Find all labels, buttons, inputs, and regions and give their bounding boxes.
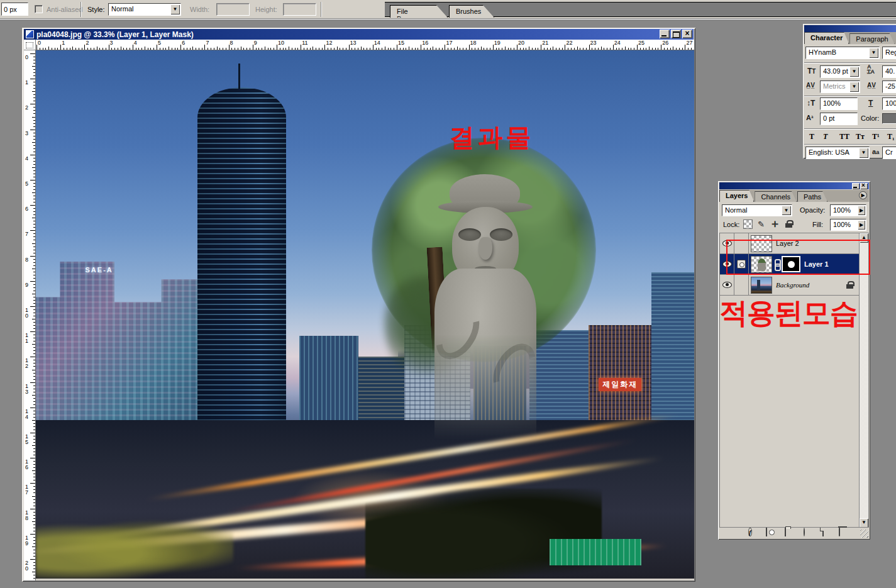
fill-field[interactable]: 100% — [830, 219, 866, 231]
ruler-tick — [670, 48, 671, 50]
chevron-down-icon[interactable] — [849, 82, 859, 92]
faux-bold-button[interactable]: T — [809, 132, 814, 141]
chevron-down-icon[interactable] — [859, 148, 868, 158]
style-combo[interactable]: Normal — [108, 3, 181, 16]
scroll-up-icon[interactable]: ▲ — [860, 233, 868, 243]
scroll-down-icon[interactable]: ▼ — [860, 518, 868, 528]
new-layer-icon[interactable] — [822, 528, 832, 537]
slider-arrow-icon[interactable] — [858, 220, 865, 230]
ruler-origin-box[interactable] — [24, 40, 36, 50]
tab-brushes[interactable]: Brushes — [449, 5, 494, 18]
lock-paint-icon[interactable] — [757, 219, 766, 229]
tab-paragraph[interactable]: Paragraph — [849, 33, 894, 44]
anti-aliased-checkbox[interactable] — [35, 5, 43, 13]
layer-row-layer2[interactable]: Layer 2 — [720, 233, 859, 254]
layer-thumbnail[interactable] — [751, 256, 772, 273]
link-cell[interactable] — [734, 254, 749, 274]
ruler-tick — [351, 48, 352, 50]
ruler-tick — [118, 48, 118, 50]
eye-icon[interactable] — [722, 261, 732, 267]
kerning-combo[interactable]: Metrics — [820, 80, 860, 93]
slider-arrow-icon[interactable] — [858, 206, 865, 215]
layers-scrollbar[interactable]: ▲ ▼ — [859, 233, 869, 528]
ruler-tick — [514, 48, 514, 50]
minimize-button[interactable] — [660, 30, 670, 38]
close-button[interactable] — [682, 30, 692, 38]
layer-name[interactable]: Layer 2 — [776, 240, 799, 247]
eye-icon[interactable] — [722, 282, 732, 288]
small-caps-button[interactable]: Tᴛ — [856, 132, 865, 141]
feather-input[interactable] — [1, 3, 28, 16]
visibility-cell[interactable] — [720, 275, 734, 295]
ruler-tick — [334, 48, 335, 50]
color-label: Color: — [861, 114, 879, 122]
new-layer-set-icon[interactable] — [785, 528, 795, 537]
tab-layers[interactable]: Layers — [719, 190, 754, 202]
lock-transparency-icon[interactable] — [743, 219, 753, 229]
mask-link-icon[interactable] — [773, 259, 780, 269]
layer-row-layer1[interactable]: Layer 1 — [720, 254, 859, 275]
layer-name[interactable]: Layer 1 — [804, 260, 829, 268]
layer-mask-thumbnail[interactable] — [782, 256, 800, 272]
layer-style-icon[interactable]: f — [748, 528, 758, 537]
vertical-scale-field[interactable]: 100% — [820, 97, 858, 110]
palette-title-bar[interactable] — [719, 182, 869, 189]
tab-paths[interactable]: Paths — [797, 191, 827, 202]
superscript-button[interactable]: T¹ — [872, 132, 880, 141]
ruler-tick — [48, 47, 49, 50]
link-cell[interactable] — [734, 233, 749, 253]
layer-name[interactable]: Background — [776, 281, 809, 289]
chevron-down-icon[interactable] — [782, 206, 791, 215]
width-field[interactable] — [216, 3, 250, 16]
chevron-down-icon[interactable] — [849, 67, 859, 77]
text-color-swatch[interactable] — [882, 113, 896, 124]
link-cell[interactable] — [734, 275, 749, 295]
horizontal-scale-field[interactable]: 100 — [882, 97, 896, 110]
tab-channels[interactable]: Channels — [755, 191, 796, 202]
resize-grip[interactable] — [860, 530, 868, 538]
add-layer-mask-icon[interactable] — [766, 528, 776, 537]
ruler-tick — [33, 164, 35, 165]
opacity-field[interactable]: 100% — [830, 204, 866, 216]
chevron-down-icon[interactable] — [170, 4, 180, 14]
eye-icon[interactable] — [722, 240, 732, 247]
font-style-combo[interactable]: Regu — [882, 47, 896, 59]
adjustment-layer-icon[interactable] — [804, 528, 814, 537]
baseline-shift-field[interactable]: 0 pt — [820, 113, 858, 125]
document-title-bar[interactable]: pla04048.jpg @ 33.3% (Layer 1, Layer Mas… — [24, 29, 694, 40]
tab-character[interactable]: Character — [804, 32, 849, 44]
subscript-button[interactable]: T₁ — [887, 132, 895, 141]
restore-button[interactable] — [671, 30, 681, 38]
palette-title-bar[interactable] — [804, 25, 896, 32]
delete-layer-icon[interactable] — [839, 528, 849, 537]
ruler-tick — [84, 45, 85, 50]
lock-position-icon[interactable] — [771, 219, 780, 229]
tab-file-browser[interactable]: File Browser — [390, 5, 448, 18]
height-field[interactable] — [283, 3, 316, 16]
blend-mode-combo[interactable]: Normal — [722, 204, 792, 216]
vertical-ruler[interactable]: 01234567891011121314151617181920 — [24, 50, 36, 580]
close-icon[interactable] — [860, 183, 868, 189]
anti-alias-combo[interactable]: Cr — [882, 147, 896, 159]
layer-row-background[interactable]: Background — [720, 275, 859, 296]
palette-menu-icon[interactable] — [859, 191, 867, 199]
layer-thumbnail[interactable] — [751, 277, 772, 294]
visibility-cell[interactable] — [720, 254, 734, 274]
font-family-combo[interactable]: HYnamB — [805, 47, 880, 59]
language-combo[interactable]: English: USA — [805, 147, 870, 159]
horizontal-ruler[interactable]: 0123456789101112131415161718192021222324… — [36, 40, 694, 50]
ruler-tick — [33, 284, 35, 285]
ruler-tick — [33, 158, 35, 158]
visibility-cell[interactable] — [720, 233, 734, 253]
tracking-field[interactable]: -25 — [882, 80, 896, 93]
minimize-button[interactable] — [852, 183, 860, 189]
ruler-tick — [541, 45, 541, 50]
font-size-combo[interactable]: 43.09 pt — [820, 65, 860, 78]
all-caps-button[interactable]: TT — [839, 132, 849, 141]
image-canvas[interactable]: SAE-A 제일화재 — [36, 50, 694, 579]
chevron-down-icon[interactable] — [869, 48, 878, 58]
layer-thumbnail[interactable] — [751, 235, 772, 252]
faux-italic-button[interactable]: T — [823, 132, 827, 141]
leading-field[interactable]: 40. — [882, 65, 896, 78]
ruler-tick — [33, 136, 35, 136]
